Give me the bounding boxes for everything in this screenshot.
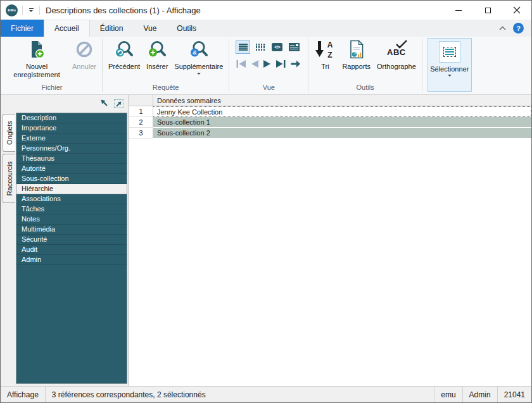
group-caption-fichier: Fichier [2,84,102,94]
quick-access-dropdown-icon[interactable] [27,8,35,12]
quick-access-bar [29,8,34,9]
tab-edition[interactable]: Édition [90,20,134,37]
close-button[interactable] [502,1,531,20]
sidebar-item-description[interactable]: Description [16,113,127,123]
status-user: emu [434,390,462,399]
search-insert-label: Insérer [146,63,168,71]
side-tabstrip: Onglets Raccourcis [1,95,16,386]
sidebar-item-securite[interactable]: Sécurité [16,235,127,245]
nav-first-button[interactable] [236,59,246,68]
sort-button[interactable]: A Z Tri [311,39,339,71]
sidebar-item-audit[interactable]: Audit [16,245,127,255]
sidebar-item-associations[interactable]: Associations [16,194,127,204]
tab-fichier[interactable]: Fichier [1,20,44,37]
window-title: Descriptions des collections (1) - Affic… [46,6,201,15]
row-number-cell[interactable]: 3 [129,128,153,139]
statusbar: Affichage 3 références correspondantes, … [1,386,531,402]
summary-cell[interactable]: Jenny Kee Collection [153,106,531,117]
nav-last-button[interactable] [276,59,286,68]
spellcheck-button[interactable]: ABC Orthographe [374,39,419,71]
cancel-button[interactable]: Annuler [69,39,99,71]
search-more-icon: & [189,40,209,61]
window-controls [444,1,531,20]
sidebar-tab-onglets-label: Onglets [6,121,13,145]
app-logo-icon[interactable]: EMu [6,4,18,16]
nav-last-icon [276,59,286,68]
sidebar-item-sous-collection[interactable]: Sous-collection [16,174,127,184]
minimize-button[interactable] [444,1,473,20]
maximize-button[interactable] [473,1,502,20]
table-row[interactable]: 1 Jenny Kee Collection [129,106,531,117]
nav-next-button[interactable] [263,59,272,68]
search-previous-label: Précédent [108,63,140,71]
sidebar-item-thesaurus[interactable]: Thésaurus [16,154,127,164]
tab-vue[interactable]: Vue [133,20,167,37]
sidebar-tab-raccourcis[interactable]: Raccourcis [3,154,15,203]
status-role: Admin [463,390,497,399]
row-number-header[interactable] [129,95,153,106]
reports-label: Rapports [342,63,370,71]
sidebar-item-notes[interactable]: Notes [16,214,127,225]
quick-access-arrow [29,10,33,12]
collapse-ribbon-icon[interactable] [499,26,506,30]
marquee-select-button[interactable] [114,99,124,108]
row-number-cell[interactable]: 1 [129,106,153,117]
row-number-cell[interactable]: 2 [129,117,153,128]
list-view-icon [239,44,248,51]
column-header-donnees-sommaires[interactable]: Données sommaires [153,95,531,106]
select-icon [443,47,456,57]
grid-view-button[interactable] [253,40,267,54]
ribbon-group-outils: A Z Tri [308,37,421,94]
search-previous-button[interactable]: Précédent [105,39,143,71]
sidebar-item-importance[interactable]: Importance [16,123,127,133]
nav-previous-button[interactable] [250,59,259,68]
grid-empty-area [129,139,531,386]
sidebar-toolbar [16,95,129,113]
search-insert-icon [147,40,167,61]
sidebar-item-autorite[interactable]: Autorité [16,164,127,174]
spellcheck-icon: ABC [385,40,408,61]
select-button[interactable]: Sélectionner [428,38,472,92]
app-window: EMu Descriptions des collections (1) - A… [0,0,532,403]
search-more-button[interactable]: & Supplémentaire [171,39,226,75]
record-navigation [236,59,301,68]
summary-cell[interactable]: Sous-collection 2 [153,128,531,139]
group-separator [422,39,422,92]
grid-view-icon [256,44,265,51]
nav-previous-icon [250,59,259,68]
sidebar-item-hierarchie[interactable]: Hiérarchie [16,184,127,194]
sidebar-tab-list: Description Importance Externe Personnes… [16,113,127,384]
status-record-id: 21041 [498,390,531,399]
select-label: Sélectionner [430,65,469,73]
ribbon-group-vue: </> [229,37,308,94]
cursor-select-button[interactable] [100,98,108,109]
cancel-label: Annuler [72,63,96,71]
summary-cell[interactable]: Sous-collection 1 [153,117,531,128]
search-insert-button[interactable]: Insérer [143,39,171,71]
search-more-label: Supplémentaire [174,63,223,71]
cursor-icon [100,99,108,107]
code-view-button[interactable]: </> [270,40,284,54]
list-view-button[interactable] [236,40,250,54]
sidebar-item-multimedia[interactable]: Multimédia [16,225,127,235]
titlebar-separator-2 [39,6,40,15]
sidebar-tab-onglets[interactable]: Onglets [3,114,15,152]
tab-accueil[interactable]: Accueil [44,20,90,37]
reports-button[interactable]: Rapports [339,39,374,71]
svg-text:Z: Z [328,51,332,59]
help-icon[interactable]: ? [513,23,524,34]
sidebar-item-personnes-org[interactable]: Personnes/Org. [16,144,127,154]
new-record-button[interactable]: Nouvel enregistrement [4,39,69,79]
nav-first-icon [236,59,246,68]
marquee-select-icon [115,101,122,108]
sort-icon: A Z [314,40,336,61]
details-view-button[interactable] [287,40,301,54]
nav-goto-button[interactable] [290,59,301,68]
table-row[interactable]: 3 Sous-collection 2 [129,128,531,139]
search-previous-icon [114,40,134,61]
table-row[interactable]: 2 Sous-collection 1 [129,117,531,128]
sidebar-item-admin[interactable]: Admin [16,255,127,265]
sidebar-item-taches[interactable]: Tâches [16,204,127,214]
sidebar-item-externe[interactable]: Externe [16,133,127,144]
tab-outils[interactable]: Outils [167,20,206,37]
